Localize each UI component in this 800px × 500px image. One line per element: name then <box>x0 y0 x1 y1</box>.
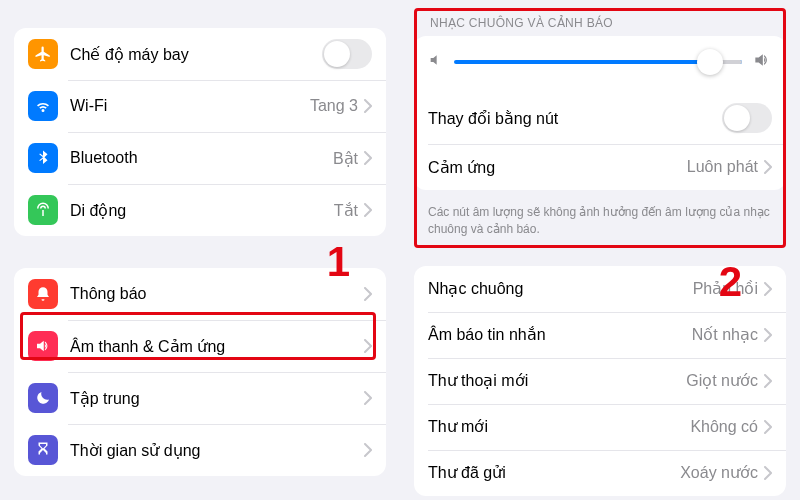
sound-selection-group: Nhạc chuông Phản hồi Âm báo tin nhắn Nốt… <box>414 266 786 496</box>
ringer-footer-note: Các nút âm lượng sẽ không ảnh hưởng đến … <box>414 196 786 248</box>
haptics-value: Luôn phát <box>687 158 758 176</box>
ringtone-label: Nhạc chuông <box>428 279 693 298</box>
row-texttone[interactable]: Âm báo tin nhắn Nốt nhạc <box>414 312 786 358</box>
bell-icon <box>28 279 58 309</box>
row-bluetooth[interactable]: Bluetooth Bật <box>14 132 386 184</box>
cellular-icon <box>28 195 58 225</box>
newmail-label: Thư mới <box>428 417 690 436</box>
texttone-label: Âm báo tin nhắn <box>428 325 692 344</box>
connectivity-group: Chế độ máy bay Wi-Fi Tang 3 Bluetooth Bậ… <box>14 28 386 236</box>
volume-slider-row <box>414 36 786 92</box>
chevron-right-icon <box>364 339 372 353</box>
airplane-toggle[interactable] <box>322 39 372 69</box>
row-haptics[interactable]: Cảm ứng Luôn phát <box>414 144 786 190</box>
bluetooth-icon <box>28 143 58 173</box>
newmail-value: Không có <box>690 418 758 436</box>
volume-slider[interactable] <box>454 60 742 64</box>
chevron-right-icon <box>764 374 772 388</box>
chevron-right-icon <box>364 151 372 165</box>
sentmail-label: Thư đã gửi <box>428 463 680 482</box>
row-sounds-haptics[interactable]: Âm thanh & Cảm ứng <box>14 320 386 372</box>
general-group: Thông báo Âm thanh & Cảm ứng Tập trung T… <box>14 268 386 476</box>
change-buttons-toggle[interactable] <box>722 103 772 133</box>
airplane-label: Chế độ máy bay <box>70 45 322 64</box>
row-wifi[interactable]: Wi-Fi Tang 3 <box>14 80 386 132</box>
ringtone-value: Phản hồi <box>693 279 758 298</box>
moon-icon <box>28 383 58 413</box>
texttone-value: Nốt nhạc <box>692 325 758 344</box>
speaker-low-icon <box>428 52 444 72</box>
wifi-value: Tang 3 <box>310 97 358 115</box>
wifi-icon <box>28 91 58 121</box>
row-sentmail[interactable]: Thư đã gửi Xoáy nước <box>414 450 786 496</box>
voicemail-label: Thư thoại mới <box>428 371 686 390</box>
chevron-right-icon <box>764 328 772 342</box>
chevron-right-icon <box>364 203 372 217</box>
row-notifications[interactable]: Thông báo <box>14 268 386 320</box>
row-newmail[interactable]: Thư mới Không có <box>414 404 786 450</box>
change-buttons-label: Thay đổi bằng nút <box>428 109 722 128</box>
chevron-right-icon <box>764 420 772 434</box>
sounds-label: Âm thanh & Cảm ứng <box>70 337 364 356</box>
notifications-label: Thông báo <box>70 285 364 303</box>
bluetooth-value: Bật <box>333 149 358 168</box>
speaker-icon <box>28 331 58 361</box>
cellular-label: Di động <box>70 201 334 220</box>
bluetooth-label: Bluetooth <box>70 149 333 167</box>
hourglass-icon <box>28 435 58 465</box>
row-screentime[interactable]: Thời gian sử dụng <box>14 424 386 476</box>
row-cellular[interactable]: Di động Tắt <box>14 184 386 236</box>
airplane-icon <box>28 39 58 69</box>
ringer-group: Thay đổi bằng nút Cảm ứng Luôn phát <box>414 36 786 190</box>
ringer-section-header: NHẠC CHUÔNG VÀ CẢNH BÁO <box>414 8 786 36</box>
chevron-right-icon <box>764 282 772 296</box>
wifi-label: Wi-Fi <box>70 97 310 115</box>
row-change-with-buttons[interactable]: Thay đổi bằng nút <box>414 92 786 144</box>
chevron-right-icon <box>364 287 372 301</box>
speaker-high-icon <box>752 50 772 74</box>
chevron-right-icon <box>764 466 772 480</box>
row-airplane-mode[interactable]: Chế độ máy bay <box>14 28 386 80</box>
voicemail-value: Giọt nước <box>686 371 758 390</box>
chevron-right-icon <box>764 160 772 174</box>
settings-main-panel: Chế độ máy bay Wi-Fi Tang 3 Bluetooth Bậ… <box>0 0 400 500</box>
chevron-right-icon <box>364 391 372 405</box>
row-focus[interactable]: Tập trung <box>14 372 386 424</box>
sentmail-value: Xoáy nước <box>680 463 758 482</box>
sounds-detail-panel: NHẠC CHUÔNG VÀ CẢNH BÁO Thay đổi bằng nú… <box>400 0 800 500</box>
slider-thumb[interactable] <box>697 49 723 75</box>
chevron-right-icon <box>364 443 372 457</box>
screentime-label: Thời gian sử dụng <box>70 441 364 460</box>
haptics-label: Cảm ứng <box>428 158 687 177</box>
row-voicemail[interactable]: Thư thoại mới Giọt nước <box>414 358 786 404</box>
row-ringtone[interactable]: Nhạc chuông Phản hồi <box>414 266 786 312</box>
chevron-right-icon <box>364 99 372 113</box>
cellular-value: Tắt <box>334 201 358 220</box>
focus-label: Tập trung <box>70 389 364 408</box>
